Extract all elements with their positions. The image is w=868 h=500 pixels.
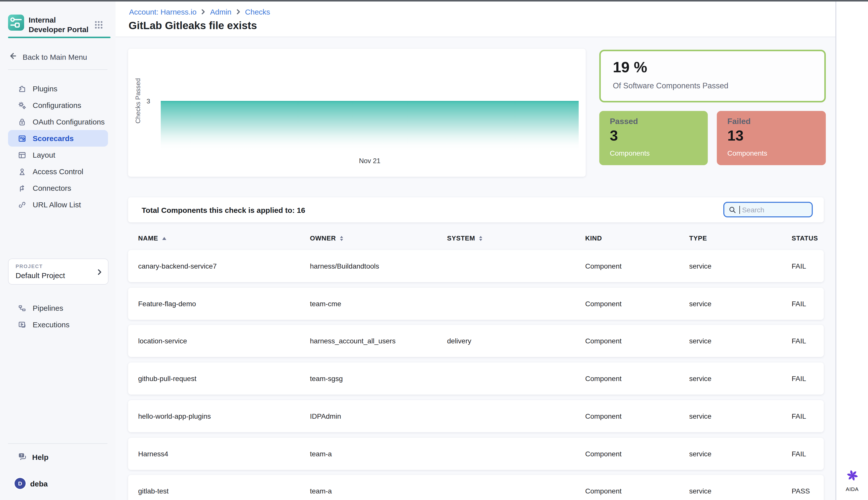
total-components-bar: Total Components this check is applied t… (128, 197, 824, 223)
sidebar-item-scorecards[interactable]: Scorecards (8, 130, 108, 147)
project-selector[interactable]: PROJECT Default Project (8, 259, 109, 285)
sidebar-item-connectors[interactable]: Connectors (8, 180, 108, 196)
column-header-name[interactable]: NAME (138, 235, 310, 242)
sidebar-item-pipelines[interactable]: Pipelines (8, 300, 108, 316)
aida-button[interactable]: AIDA (836, 469, 868, 492)
aida-flower-icon (846, 469, 859, 482)
percent-passed-caption: Of Software Components Passed (613, 81, 728, 90)
failed-value: 13 (727, 127, 744, 144)
sidebar-item-label: Scorecards (33, 134, 74, 143)
link-icon (18, 200, 26, 209)
sidebar-item-label: OAuth Configurations (33, 117, 105, 126)
sidebar-item-label: Executions (33, 320, 69, 329)
cell-type: service (689, 487, 792, 495)
sidebar-item-label: Configurations (33, 101, 81, 110)
sidebar-item-oauth-configurations[interactable]: OAuth Configurations (8, 113, 108, 130)
cell-status: FAIL (792, 262, 814, 270)
project-label: PROJECT (15, 263, 43, 269)
cell-owner: team-sgsg (310, 375, 447, 383)
sidebar-item-plugins[interactable]: Plugins (8, 80, 108, 97)
cell-type: service (689, 300, 792, 308)
sidebar-nav: Plugins Configurations (0, 80, 115, 213)
breadcrumb-admin-link[interactable]: Admin (210, 8, 231, 16)
table-header: NAME OWNER SYSTEM KIND TYPE STATUS (128, 235, 824, 242)
scorecard-icon (18, 134, 26, 143)
page-title: GitLab Gitleaks file exists (129, 20, 257, 32)
cell-name: Feature-flag-demo (138, 300, 310, 308)
cell-system: delivery (447, 337, 585, 345)
back-arrow-icon (8, 51, 18, 62)
table-row[interactable]: github-pull-request team-sgsg Component … (128, 362, 824, 395)
cell-name: github-pull-request (138, 375, 310, 383)
chevron-right-icon (97, 269, 102, 277)
app-window: Internal Developer Portal Back to Main M… (0, 0, 868, 500)
column-label: SYSTEM (447, 235, 475, 242)
person-icon (18, 167, 26, 176)
sidebar-item-label: Access Control (33, 167, 84, 176)
table-row[interactable]: canary-backend-service7 harness/Buildand… (128, 250, 824, 282)
sidebar-item-executions[interactable]: Executions (8, 316, 108, 333)
help-button[interactable]: ? Help (8, 449, 48, 465)
table-row[interactable]: gitlab-test team-a Component service PAS… (128, 475, 824, 500)
breadcrumb-checks-link[interactable]: Checks (245, 8, 270, 16)
cell-kind: Component (585, 412, 689, 420)
chart-y-axis-label: Checks Passed (134, 68, 142, 134)
column-label: NAME (138, 235, 158, 242)
chevron-right-icon (236, 9, 241, 14)
lock-icon (18, 117, 26, 126)
passed-unit: Components (610, 149, 650, 157)
sidebar-item-access-control[interactable]: Access Control (8, 163, 108, 180)
table-row[interactable]: location-service harness_account_all_use… (128, 325, 824, 357)
aida-label: AIDA (836, 486, 868, 492)
app-title: Internal Developer Portal (29, 15, 92, 34)
page-header: Account: Harness.io Admin Checks GitLab … (115, 1, 835, 37)
table-row[interactable]: Harness4 team-a Component service FAIL (128, 438, 824, 470)
sidebar-project-nav: Pipelines Executions (0, 300, 115, 333)
cell-status: FAIL (792, 300, 814, 308)
percent-passed-value: 19 % (613, 59, 647, 76)
search-input[interactable] (741, 205, 808, 214)
cell-status: FAIL (792, 337, 814, 345)
cell-name: location-service (138, 337, 310, 345)
back-to-main-menu-label: Back to Main Menu (23, 53, 87, 61)
cell-kind: Component (585, 487, 689, 495)
sidebar-bottom-divider (8, 443, 108, 444)
user-menu[interactable]: D deba (8, 477, 48, 490)
connectors-icon (18, 183, 26, 193)
breadcrumb-account-link[interactable]: Account: Harness.io (129, 8, 197, 16)
sidebar-item-layout[interactable]: Layout (8, 147, 108, 163)
sort-asc-icon (162, 237, 166, 240)
cell-owner: harness/Buildandtools (310, 262, 447, 270)
column-label: STATUS (792, 235, 818, 242)
app-grid-icon[interactable] (94, 21, 103, 31)
cell-kind: Component (585, 375, 689, 383)
column-header-type: TYPE (689, 235, 792, 242)
sidebar-item-label: Plugins (33, 84, 57, 93)
sidebar-item-label: Connectors (33, 184, 71, 192)
sidebar-item-configurations[interactable]: Configurations (8, 97, 108, 113)
column-header-system[interactable]: SYSTEM (447, 235, 585, 242)
sidebar-item-url-allow-list[interactable]: URL Allow List (8, 196, 108, 213)
cell-owner: team-a (310, 450, 447, 458)
search-box[interactable] (723, 202, 813, 217)
column-header-owner[interactable]: OWNER (310, 235, 447, 242)
back-to-main-menu[interactable]: Back to Main Menu (8, 49, 87, 64)
column-header-status: STATUS (792, 235, 818, 242)
sort-icon (340, 236, 343, 241)
sidebar-item-label: Layout (33, 151, 55, 159)
user-name: deba (30, 479, 48, 488)
cell-kind: Component (585, 337, 689, 345)
sort-icon (479, 236, 482, 241)
cell-type: service (689, 375, 792, 383)
text-cursor (739, 206, 740, 214)
sidebar-item-label: Pipelines (33, 304, 63, 312)
chart-y-tick: 3 (143, 98, 150, 105)
table-row[interactable]: Feature-flag-demo team-cme Component ser… (128, 288, 824, 320)
cell-owner: IDPAdmin (310, 412, 447, 420)
table-row[interactable]: hello-world-app-plugins IDPAdmin Compone… (128, 400, 824, 432)
sidebar-accent-divider (8, 37, 111, 38)
percent-passed-card: 19 % Of Software Components Passed (599, 50, 826, 102)
column-label: TYPE (689, 235, 707, 242)
cell-type: service (689, 337, 792, 345)
cell-type: service (689, 412, 792, 420)
